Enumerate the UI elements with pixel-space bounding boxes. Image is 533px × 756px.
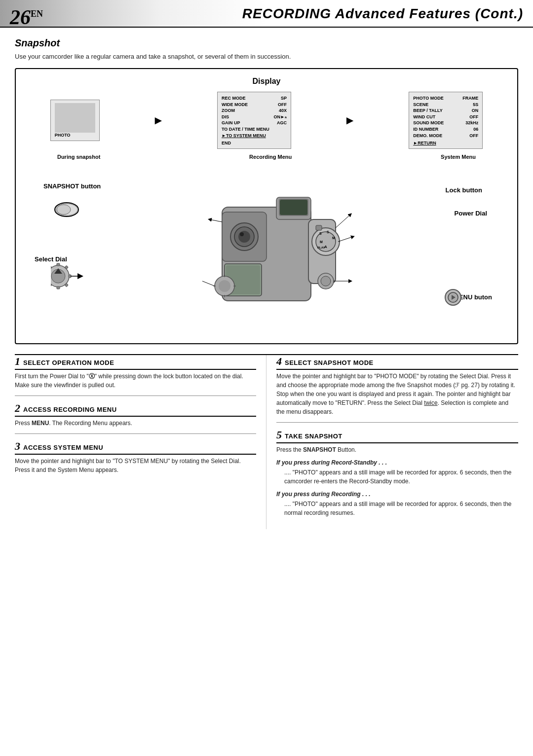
- step-1: 1 SELECT OPERATION MODE First turn the P…: [15, 355, 256, 396]
- svg-rect-27: [280, 200, 307, 215]
- step-5-body: Press the SNAPSHOT Button. If you press …: [276, 445, 518, 517]
- page-content: Snapshot Use your camcorder like a regul…: [0, 28, 533, 539]
- section-title: Snapshot: [15, 37, 518, 49]
- svg-text:S: S: [319, 232, 322, 235]
- screen-recording-menu: REC MODESP WIDE MODEOFF ZOOM40X DISON►ₙ …: [217, 92, 291, 149]
- snapshot-button-icon: [53, 201, 80, 220]
- svg-point-21: [238, 231, 250, 243]
- step-5-title: TAKE SNAPSHOT: [285, 432, 343, 440]
- diagram-box: Display PHOTO ► REC MODESP WIDE MODEOFF …: [15, 68, 518, 344]
- screen3-label: System Menu: [441, 154, 476, 160]
- select-dial-icon: [51, 261, 85, 292]
- note-1-text: .... "PHOTO" appears and a still image w…: [284, 468, 518, 486]
- steps-right: 4 SELECT SNAPSHOT MODE Move the pointer …: [266, 355, 518, 529]
- step-4: 4 SELECT SNAPSHOT MODE Move the pointer …: [276, 355, 518, 423]
- step-1-body: First turn the Power Dial to "Ⓧ" while p…: [15, 372, 256, 390]
- svg-line-49: [338, 237, 353, 242]
- display-title: Display: [24, 77, 509, 86]
- arrow-2: ►: [344, 113, 356, 127]
- screen-labels: During snapshot Recording Menu System Me…: [24, 154, 509, 160]
- svg-text:PLAY: PLAY: [317, 246, 325, 249]
- screen2-label: Recording Menu: [249, 154, 292, 160]
- step-4-body: Move the pointer and highlight bar to "P…: [276, 372, 518, 416]
- arrow-1: ►: [152, 113, 164, 127]
- svg-line-46: [210, 219, 222, 222]
- note-2-text: .... "PHOTO" appears and a still image w…: [284, 500, 518, 517]
- step-3: 3 ACCESS SYSTEM MENU Move the pointer an…: [15, 440, 256, 480]
- step-4-num: 4: [276, 355, 282, 368]
- svg-point-1: [57, 205, 71, 215]
- steps-left: 1 SELECT OPERATION MODE First turn the P…: [15, 355, 266, 529]
- step-3-body: Move the pointer and highlight bar to "T…: [15, 457, 256, 474]
- step-2-num: 2: [15, 402, 20, 415]
- step-3-header: 3 ACCESS SYSTEM MENU: [15, 440, 256, 455]
- step-1-num: 1: [15, 355, 20, 368]
- note-2-head: If you press during Recording . . .: [276, 490, 518, 499]
- snapshot-button-label: SNAPSHOT button: [43, 182, 101, 190]
- svg-point-41: [219, 280, 230, 292]
- step-1-title: SELECT OPERATION MODE: [23, 359, 114, 366]
- svg-line-47: [202, 281, 215, 286]
- step-2: 2 ACCESS RECORDING MENU Press MENU. The …: [15, 402, 256, 434]
- step-5-header: 5 TAKE SNAPSHOT: [276, 429, 518, 443]
- screen-during-snapshot: PHOTO: [50, 100, 100, 141]
- screen-system-menu: PHOTO MODEFRAME SCENE5S BEEP / TALLYON W…: [409, 92, 483, 149]
- step-2-header: 2 ACCESS RECORDING MENU: [15, 402, 256, 417]
- svg-rect-37: [316, 225, 322, 230]
- menu-button-visual: [444, 288, 462, 308]
- display-row: PHOTO ► REC MODESP WIDE MODEOFF ZOOM40X …: [24, 92, 509, 149]
- svg-text:M: M: [332, 236, 335, 240]
- svg-rect-5: [57, 263, 60, 266]
- step-1-header: 1 SELECT OPERATION MODE: [15, 355, 256, 370]
- step-5-num: 5: [276, 429, 282, 441]
- note-1-head: If you press during Record-Standby . . .: [276, 458, 518, 467]
- svg-text:S: S: [327, 230, 329, 234]
- lock-button-label: Lock button: [446, 186, 482, 194]
- step-4-header: 4 SELECT SNAPSHOT MODE: [276, 355, 518, 370]
- page-title: RECORDING Advanced Features (Cont.): [242, 0, 523, 27]
- intro-text: Use your camcorder like a regular camera…: [15, 53, 518, 60]
- page-number: 26EN: [10, 0, 43, 27]
- screen1-label: During snapshot: [57, 154, 100, 160]
- svg-point-22: [240, 232, 244, 236]
- power-dial-label: Power Dial: [455, 210, 487, 217]
- steps-container: 1 SELECT OPERATION MODE First turn the P…: [15, 354, 518, 529]
- step-2-body: Press MENU. The Recording Menu appears.: [15, 419, 256, 428]
- camcorder-body: S S M M A PLAY: [173, 178, 360, 325]
- page-header: 26EN RECORDING Advanced Features (Cont.): [0, 0, 533, 28]
- svg-text:M: M: [320, 240, 323, 244]
- svg-rect-6: [57, 287, 60, 289]
- step-5: 5 TAKE SNAPSHOT Press the SNAPSHOT Butto…: [276, 429, 518, 523]
- step-3-num: 3: [15, 440, 20, 453]
- step-2-title: ACCESS RECORDING MENU: [23, 406, 117, 413]
- svg-line-48: [336, 215, 350, 228]
- camcorder-diagram: SNAPSHOT button Select Dial: [24, 168, 509, 335]
- step-3-title: ACCESS SYSTEM MENU: [23, 444, 103, 451]
- svg-point-39: [321, 276, 331, 286]
- step-4-title: SELECT SNAPSHOT MODE: [285, 359, 374, 366]
